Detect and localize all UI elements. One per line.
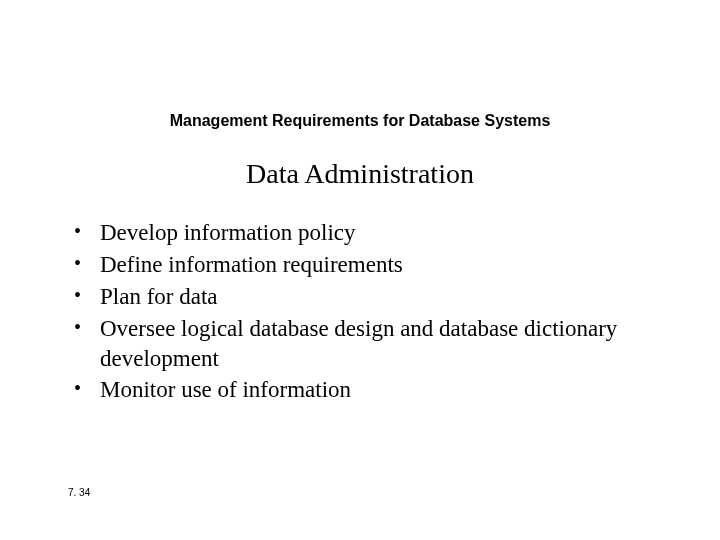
section-header: Management Requirements for Database Sys… (0, 112, 720, 130)
page-number: 7. 34 (68, 487, 90, 498)
list-item: Monitor use of information (70, 375, 650, 405)
slide-title: Data Administration (0, 158, 720, 190)
list-item: Plan for data (70, 282, 650, 312)
list-item: Oversee logical database design and data… (70, 314, 650, 374)
list-item: Define information requirements (70, 250, 650, 280)
list-item: Develop information policy (70, 218, 650, 248)
bullet-list: Develop information policy Define inform… (70, 218, 650, 407)
